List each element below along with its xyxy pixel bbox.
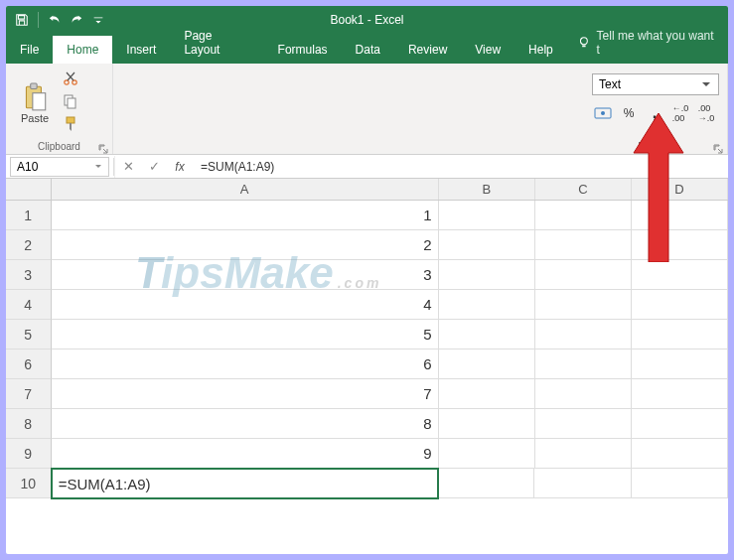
row-header[interactable]: 8: [6, 409, 52, 439]
format-painter-button[interactable]: [60, 114, 81, 135]
cell-A5[interactable]: 5: [52, 320, 439, 350]
clipboard-dialog-launcher[interactable]: [98, 140, 108, 150]
cell-D1[interactable]: [632, 201, 728, 230]
cell-B9[interactable]: [439, 439, 535, 469]
column-header-c[interactable]: C: [535, 179, 632, 200]
tab-file[interactable]: File: [6, 36, 53, 64]
cell-B5[interactable]: [439, 320, 535, 350]
tab-home[interactable]: Home: [53, 36, 112, 64]
tab-insert[interactable]: Insert: [112, 36, 170, 64]
cell-B1[interactable]: [439, 201, 535, 230]
row-header[interactable]: 3: [6, 260, 52, 290]
cell-D8[interactable]: [632, 409, 728, 439]
cell-A8[interactable]: 8: [52, 409, 439, 439]
name-box[interactable]: A10: [10, 157, 109, 177]
cell-A10[interactable]: =SUM(A1:A9): [51, 468, 439, 499]
cell-A4[interactable]: 4: [52, 290, 439, 320]
column-header-b[interactable]: B: [439, 179, 535, 200]
cell-B7[interactable]: [439, 379, 535, 409]
row-header[interactable]: 4: [6, 290, 52, 320]
cell-C1[interactable]: [535, 201, 632, 230]
paintbrush-icon: [63, 116, 78, 132]
redo-icon[interactable]: [69, 12, 84, 28]
tell-me[interactable]: Tell me what you want t: [567, 22, 728, 64]
tab-data[interactable]: Data: [342, 36, 394, 64]
percent-button[interactable]: %: [618, 103, 640, 123]
column-header-d[interactable]: D: [632, 179, 728, 200]
clipboard-label: Clipboard: [6, 141, 112, 152]
cell-B6[interactable]: [439, 350, 535, 379]
tab-help[interactable]: Help: [514, 36, 567, 64]
cell-C2[interactable]: [535, 230, 632, 260]
svg-rect-3: [33, 93, 46, 110]
table-row: 11: [6, 201, 728, 230]
cell-D9[interactable]: [632, 439, 728, 469]
cell-A2[interactable]: 2: [52, 230, 439, 260]
cut-button[interactable]: [60, 68, 81, 88]
enter-formula-button[interactable]: ✓: [141, 156, 167, 178]
column-header-a[interactable]: A: [52, 179, 439, 200]
insert-function-button[interactable]: fx: [167, 156, 193, 178]
number-label: Number: [584, 141, 727, 152]
paste-button[interactable]: Paste: [14, 68, 56, 135]
chevron-down-icon: [700, 78, 712, 90]
cancel-formula-button[interactable]: ✕: [115, 156, 141, 178]
row-header[interactable]: 10: [6, 469, 52, 498]
clipboard-group: Paste Clipboard: [6, 64, 113, 154]
cell-D3[interactable]: [632, 260, 728, 290]
cell-B8[interactable]: [439, 409, 535, 439]
number-dialog-launcher[interactable]: [713, 140, 723, 150]
row-header[interactable]: 1: [6, 201, 52, 230]
cell-B4[interactable]: [439, 290, 535, 320]
cell-B2[interactable]: [439, 230, 535, 260]
comma-button[interactable]: ,: [644, 103, 665, 123]
cell-C10[interactable]: [534, 469, 631, 498]
row-header[interactable]: 2: [6, 230, 52, 260]
cell-A1[interactable]: 1: [52, 201, 439, 230]
row-header[interactable]: 5: [6, 320, 52, 350]
tab-view[interactable]: View: [461, 36, 514, 64]
cell-D7[interactable]: [632, 379, 728, 409]
tab-formulas[interactable]: Formulas: [264, 36, 342, 64]
accounting-format-button[interactable]: [592, 103, 614, 123]
save-icon[interactable]: [14, 12, 30, 28]
qat-dropdown-icon[interactable]: [90, 12, 106, 28]
cell-C7[interactable]: [535, 379, 632, 409]
check-icon: ✓: [149, 159, 160, 174]
tab-page-layout[interactable]: Page Layout: [170, 22, 263, 64]
copy-button[interactable]: [60, 90, 81, 111]
number-format-dropdown[interactable]: Text: [592, 73, 719, 95]
formula-bar: A10 ✕ ✓ fx =SUM(A1:A9): [6, 155, 728, 179]
table-row: 10=SUM(A1:A9): [6, 469, 728, 498]
select-all-corner[interactable]: [6, 179, 52, 200]
cell-C6[interactable]: [535, 350, 632, 379]
cell-A6[interactable]: 6: [52, 350, 439, 379]
increase-decimal-button[interactable]: ←.0.00: [669, 103, 691, 123]
cell-C5[interactable]: [535, 320, 632, 350]
cell-D2[interactable]: [632, 230, 728, 260]
cell-C8[interactable]: [535, 409, 632, 439]
row-header[interactable]: 7: [6, 379, 52, 409]
cell-C4[interactable]: [535, 290, 632, 320]
cell-D4[interactable]: [632, 290, 728, 320]
undo-icon[interactable]: [47, 12, 63, 28]
cell-A3[interactable]: 3: [52, 260, 439, 290]
ribbon-tabs: File Home Insert Page Layout Formulas Da…: [6, 34, 728, 64]
cell-D6[interactable]: [632, 350, 728, 379]
spreadsheet-grid: A B C D 11223344556677889910=SUM(A1:A9) …: [6, 179, 728, 554]
decrease-decimal-button[interactable]: .00→.0: [695, 103, 717, 123]
cell-C3[interactable]: [535, 260, 632, 290]
tab-review[interactable]: Review: [394, 36, 461, 64]
cell-A7[interactable]: 7: [52, 379, 439, 409]
row-header[interactable]: 9: [6, 439, 52, 469]
cell-B3[interactable]: [439, 260, 535, 290]
cell-B10[interactable]: [438, 469, 534, 498]
cell-D5[interactable]: [632, 320, 728, 350]
cell-A9[interactable]: 9: [52, 439, 439, 469]
ribbon: Paste Clipboard Text % , ←.0.00: [6, 64, 728, 155]
cell-D10[interactable]: [632, 469, 728, 498]
scissors-icon: [63, 70, 78, 86]
cell-C9[interactable]: [535, 439, 632, 469]
row-header[interactable]: 6: [6, 350, 52, 379]
formula-input[interactable]: =SUM(A1:A9): [193, 160, 728, 174]
